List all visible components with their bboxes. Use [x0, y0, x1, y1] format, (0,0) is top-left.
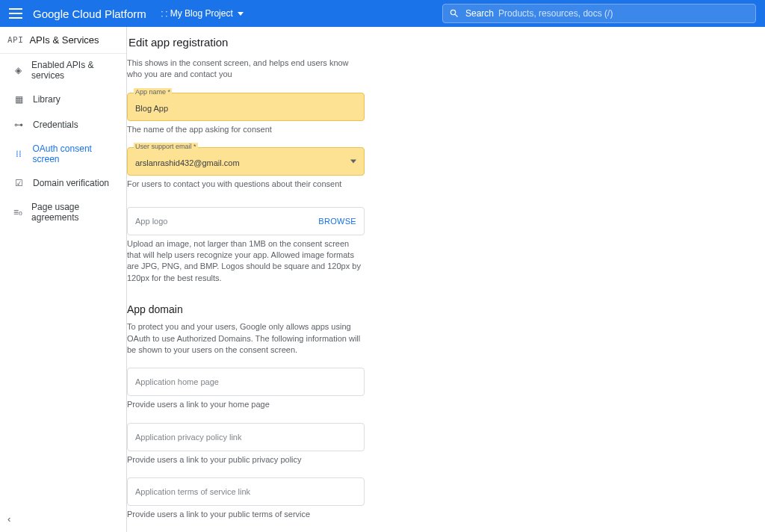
sidebar-item-oauth[interactable]: ⁞⁞ OAuth consent screen [0, 137, 126, 170]
api-icon: API [7, 35, 23, 45]
field-label: App name * [134, 88, 172, 96]
field-placeholder: Application home page [135, 377, 219, 386]
hamburger-icon[interactable] [9, 8, 22, 19]
tos-link-field[interactable]: Application terms of service link [127, 477, 365, 506]
main-content: Edit app registration This shows in the … [127, 27, 765, 532]
sidebar-item-credentials[interactable]: ⊶ Credentials [0, 112, 126, 137]
sidebar-item-label: Enabled APIs & services [31, 60, 119, 81]
agreement-icon: ≡₀ [12, 205, 24, 219]
page-title: Edit app registration [127, 36, 765, 58]
search-bar[interactable]: Search Products, resources, docs (/) [442, 4, 756, 23]
sidebar-item-enabled[interactable]: ◈ Enabled APIs & services [0, 54, 126, 87]
field-helper: Provide users a link to your public priv… [127, 454, 365, 466]
field-helper: Provide users a link to your home page [127, 399, 365, 410]
support-email-field[interactable]: User support email * arslanrashid432@gma… [127, 147, 365, 176]
sidebar-item-label: Domain verification [33, 178, 109, 188]
chevron-down-icon [238, 12, 244, 16]
field-helper: Provide users a link to your public term… [127, 509, 365, 520]
sidebar-title: API APIs & Services [0, 27, 126, 54]
intro-text: This shows in the consent screen, and he… [127, 58, 365, 81]
privacy-link-field[interactable]: Application privacy policy link [127, 423, 365, 451]
field-placeholder: Application terms of service link [135, 487, 250, 496]
sidebar-item-domain[interactable]: ☑ Domain verification [0, 170, 126, 196]
collapse-sidebar-icon[interactable]: ‹ [7, 513, 10, 525]
field-value: Blog App [135, 104, 168, 113]
home-page-field[interactable]: Application home page [127, 368, 365, 396]
search-placeholder: Products, resources, docs (/) [498, 8, 613, 19]
sidebar-item-page-usage[interactable]: ≡₀ Page usage agreements [0, 196, 126, 229]
sidebar-item-label: OAuth consent screen [33, 143, 119, 164]
library-icon: ▦ [12, 93, 25, 106]
field-helper: The name of the app asking for consent [127, 124, 365, 135]
platform-title: Google Cloud Platform [33, 7, 146, 20]
field-placeholder: App logo [135, 217, 167, 226]
verify-icon: ☑ [12, 176, 25, 190]
sidebar-item-library[interactable]: ▦ Library [0, 87, 126, 112]
top-header: Google Cloud Platform ⸬ My Blog Project … [0, 0, 765, 27]
chevron-down-icon[interactable] [350, 160, 356, 164]
browse-button[interactable]: BROWSE [318, 217, 356, 226]
field-helper: Upload an image, not larger than 1MB on … [127, 238, 365, 285]
project-icon: ⸬ [161, 8, 167, 19]
app-domain-heading: App domain [127, 303, 365, 315]
field-label: User support email * [134, 143, 198, 150]
sidebar-item-label: Library [33, 94, 61, 105]
sidebar: API APIs & Services ◈ Enabled APIs & ser… [0, 27, 127, 532]
app-domain-desc: To protect you and your users, Google on… [127, 321, 365, 356]
field-helper: For users to contact you with questions … [127, 179, 365, 190]
app-logo-field[interactable]: App logo BROWSE [127, 207, 365, 235]
sidebar-item-label: Credentials [33, 120, 78, 130]
sidebar-item-label: Page usage agreements [31, 202, 119, 223]
field-value: arslanrashid432@gmail.com [135, 158, 240, 167]
project-selector[interactable]: ⸬ My Blog Project [161, 8, 244, 19]
project-name: My Blog Project [170, 8, 233, 19]
search-label: Search [465, 8, 494, 19]
dashboard-icon: ◈ [12, 64, 24, 77]
app-name-field[interactable]: App name * Blog App [127, 93, 365, 121]
field-placeholder: Application privacy policy link [135, 433, 241, 442]
consent-icon: ⁞⁞ [12, 147, 25, 161]
search-icon [449, 8, 459, 19]
key-icon: ⊶ [12, 118, 25, 132]
